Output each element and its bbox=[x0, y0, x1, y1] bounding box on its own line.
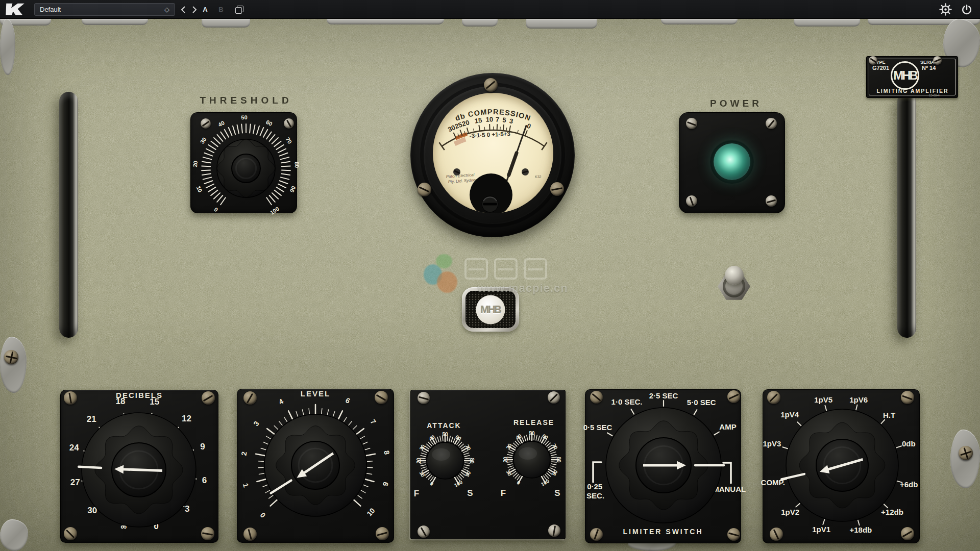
panel-screw bbox=[375, 391, 388, 404]
threshold-label: THRESHOLD bbox=[185, 95, 307, 106]
svg-text:9: 9 bbox=[200, 442, 205, 452]
paint-wear-patch bbox=[794, 19, 860, 27]
plate-screw bbox=[686, 195, 697, 207]
mhb-logo: MHB bbox=[891, 61, 919, 90]
panel-screw bbox=[64, 527, 77, 540]
panel-screw bbox=[548, 524, 560, 537]
panel-screw bbox=[418, 392, 430, 404]
panel-screw bbox=[590, 391, 603, 404]
svg-text:6: 6 bbox=[345, 396, 352, 405]
selector-knob[interactable] bbox=[783, 407, 901, 526]
preset-selector[interactable]: Default ◇ bbox=[34, 3, 175, 16]
svg-text:1pV3: 1pV3 bbox=[763, 439, 781, 448]
svg-text:4: 4 bbox=[277, 397, 285, 406]
watermark-logo-blob bbox=[424, 264, 442, 285]
toggle-switch[interactable] bbox=[717, 263, 751, 308]
threshold-knob[interactable] bbox=[213, 135, 279, 204]
kiive-logo bbox=[4, 2, 27, 16]
panel-screw bbox=[202, 391, 215, 405]
preset-next-button[interactable] bbox=[189, 3, 200, 16]
release-slow-label: S bbox=[552, 488, 563, 498]
svg-text:50: 50 bbox=[442, 432, 448, 437]
svg-text:20: 20 bbox=[416, 458, 422, 464]
svg-text:7: 7 bbox=[369, 418, 378, 426]
toolbar: Default ◇ A B bbox=[0, 0, 980, 19]
watermark-logo-blob bbox=[437, 271, 457, 293]
panel-screw bbox=[418, 525, 430, 538]
panel-screw bbox=[767, 391, 780, 404]
svg-text:30: 30 bbox=[199, 136, 208, 145]
svg-text:6: 6 bbox=[202, 475, 207, 485]
svg-text:K32: K32 bbox=[535, 175, 542, 179]
svg-text:10: 10 bbox=[195, 185, 204, 193]
ab-compare-a[interactable]: A bbox=[201, 3, 210, 16]
svg-text:SEC.: SEC. bbox=[586, 491, 604, 500]
svg-text:0db: 0db bbox=[902, 439, 916, 448]
panel-screw bbox=[727, 528, 740, 541]
paint-wear-patch bbox=[661, 19, 738, 24]
svg-text:2: 2 bbox=[239, 451, 248, 456]
watermark-glyph bbox=[464, 258, 488, 280]
panel-screw bbox=[376, 527, 389, 540]
svg-text:50: 50 bbox=[529, 431, 535, 436]
svg-text:5: 5 bbox=[502, 116, 507, 124]
paint-wear-patch bbox=[327, 19, 444, 24]
nameplate: TYPE G7201 SERIAL Nº 14 MHB LIMITING AMP… bbox=[866, 56, 958, 98]
svg-text:1: 1 bbox=[241, 482, 251, 488]
decibels-knob[interactable] bbox=[78, 409, 200, 533]
power-lamp bbox=[714, 143, 750, 180]
preset-diamond-icon: ◇ bbox=[164, 6, 169, 13]
preset-prev-button[interactable] bbox=[178, 3, 188, 16]
svg-text:90: 90 bbox=[288, 185, 297, 193]
svg-text:1pV1: 1pV1 bbox=[812, 525, 830, 534]
svg-text:1pV5: 1pV5 bbox=[814, 395, 832, 404]
plate-screw bbox=[284, 118, 294, 129]
attack-slow-label: S bbox=[464, 488, 476, 498]
paint-wear-patch bbox=[0, 19, 15, 75]
attack-fast-label: F bbox=[411, 489, 422, 499]
nameplate-code: 15-60-4 bbox=[929, 94, 940, 97]
ab-compare-b[interactable]: B bbox=[216, 3, 226, 16]
svg-text:10: 10 bbox=[485, 115, 493, 123]
plate-screw bbox=[766, 118, 777, 129]
bypass-power-button[interactable] bbox=[960, 3, 974, 16]
panel-screw bbox=[243, 528, 257, 541]
svg-text:+6db: +6db bbox=[900, 480, 918, 489]
svg-text:40: 40 bbox=[217, 119, 226, 128]
svg-text:0·25: 0·25 bbox=[587, 482, 602, 491]
plate-screw bbox=[766, 195, 777, 207]
watermark: www.macpie.cn bbox=[423, 251, 627, 298]
svg-text:100: 100 bbox=[269, 206, 280, 216]
svg-text:15: 15 bbox=[150, 397, 159, 407]
rack-handle-left bbox=[59, 92, 78, 338]
vu-meter-face: db COMPRESSION30252015107530-3-1·5 0 +1·… bbox=[433, 93, 553, 213]
release-fast-label: F bbox=[498, 488, 509, 498]
power-icon bbox=[961, 4, 973, 16]
svg-text:70: 70 bbox=[285, 136, 293, 145]
svg-text:9: 9 bbox=[381, 481, 390, 487]
panel-screw bbox=[727, 390, 740, 403]
svg-text:7: 7 bbox=[496, 116, 500, 123]
panel-screw bbox=[770, 528, 783, 541]
copy-icon bbox=[235, 6, 243, 14]
settings-button[interactable] bbox=[938, 3, 952, 16]
nameplate-serial-value: Nº 14 bbox=[922, 65, 936, 71]
chevron-right-icon bbox=[192, 6, 197, 14]
panel-screw bbox=[548, 391, 560, 404]
panel-screw bbox=[901, 391, 914, 404]
nameplate-type-value: G7201 bbox=[872, 65, 889, 71]
release-title: RELEASE bbox=[503, 418, 565, 427]
svg-text:8: 8 bbox=[382, 450, 391, 456]
copy-settings-button[interactable] bbox=[234, 3, 245, 16]
panel-screw bbox=[201, 527, 214, 540]
power-label: POWER bbox=[695, 98, 777, 109]
svg-text:3: 3 bbox=[509, 117, 514, 125]
preset-value: Default bbox=[40, 6, 164, 13]
panel-screw bbox=[901, 527, 914, 540]
limiter-title: LIMITER SWITCH bbox=[585, 528, 741, 536]
level-knob[interactable] bbox=[262, 412, 369, 521]
panel-screw bbox=[243, 391, 257, 405]
limiter-switch-knob[interactable] bbox=[602, 404, 725, 529]
release-knob[interactable] bbox=[511, 439, 552, 482]
attack-knob[interactable] bbox=[425, 440, 465, 483]
